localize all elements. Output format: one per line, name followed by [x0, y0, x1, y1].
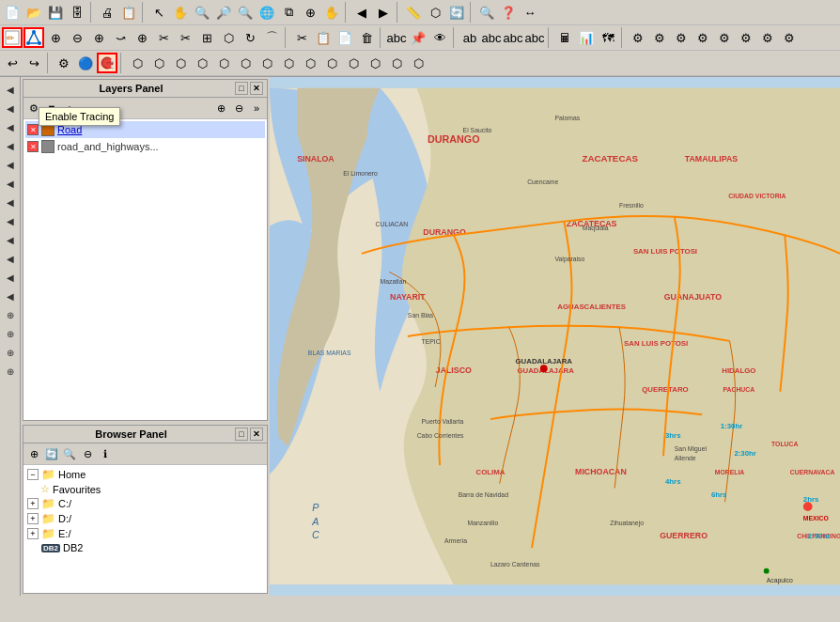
more-tools4[interactable]: ⚙	[692, 27, 713, 48]
sidebar-icon-1[interactable]: ◀	[2, 81, 19, 98]
rotate-button[interactable]: ↻	[240, 27, 260, 48]
tree-item-favourites[interactable]: ☆ Favourites	[25, 482, 265, 496]
save-as-button[interactable]: 🗄	[67, 2, 87, 23]
tree-item-e[interactable]: + 📁 E:/	[25, 526, 265, 541]
identify-button[interactable]: 🔍	[192, 2, 212, 23]
sidebar-icon-2[interactable]: ◀	[2, 100, 19, 117]
label-tool-button[interactable]: abc	[386, 27, 407, 48]
snapping-btn6[interactable]: ⬡	[235, 53, 256, 73]
browser-info-button[interactable]: ℹ	[97, 445, 114, 462]
map-tips-button[interactable]: 🗺	[598, 27, 618, 48]
more-tools7[interactable]: ⚙	[757, 27, 778, 48]
zoom-full-button[interactable]: 🌐	[257, 2, 277, 23]
print-button[interactable]: 🖨	[97, 2, 117, 23]
select-tool-button[interactable]: ↖	[148, 2, 169, 23]
delete-part-button[interactable]: ⊖	[67, 27, 87, 48]
snapping-btn5[interactable]: ⬡	[213, 53, 234, 73]
more-tools5[interactable]: ⚙	[714, 27, 735, 48]
browser-filter-button[interactable]: 🔍	[61, 445, 78, 462]
digitize-button[interactable]	[23, 27, 44, 48]
add-part-button[interactable]: ⊕	[45, 27, 66, 48]
snapping-btn7[interactable]: ⬡	[257, 53, 277, 73]
snapping-btn10[interactable]: ⬡	[321, 53, 342, 73]
more-layers-button[interactable]: »	[248, 100, 265, 117]
zoom-previous-button[interactable]: ◀	[351, 2, 372, 23]
more-tools2[interactable]: ⚙	[649, 27, 670, 48]
measure-area-button[interactable]: ⬡	[425, 2, 445, 23]
layer-visibility-road-highways[interactable]: ✕	[27, 141, 39, 152]
undo-button[interactable]: ↩	[2, 53, 23, 73]
merge-selected-button[interactable]: ⊞	[196, 27, 217, 48]
sidebar-icon-8[interactable]: ◀	[2, 212, 19, 229]
expand-all-button[interactable]: ⊕	[212, 100, 229, 117]
copy-button[interactable]: 📋	[313, 27, 334, 48]
enable-tracing-button[interactable]: 🧲	[97, 53, 117, 73]
zoom-next-button[interactable]: ▶	[373, 2, 394, 23]
paste-button[interactable]: 📄	[334, 27, 355, 48]
more-label-btn3[interactable]: abc	[503, 27, 523, 48]
zoom-in-button[interactable]: 🔎	[213, 2, 234, 23]
snapping-btn13[interactable]: ⬡	[386, 53, 407, 73]
show-hide-labels-button[interactable]: 👁	[429, 27, 450, 48]
browser-refresh-button[interactable]: 🔄	[43, 445, 60, 462]
fill-ring-button[interactable]: ⊕	[88, 27, 109, 48]
sidebar-icon-9[interactable]: ◀	[2, 231, 19, 248]
sidebar-icon-16[interactable]: ⊕	[2, 363, 19, 380]
tree-item-d[interactable]: + 📁 D:/	[25, 511, 265, 526]
browser-close-button[interactable]: ✕	[250, 428, 263, 441]
sidebar-icon-5[interactable]: ◀	[2, 156, 19, 173]
zoom-layer-button[interactable]: ⧉	[278, 2, 299, 23]
home-expander[interactable]: −	[27, 469, 39, 480]
snapping-btn9[interactable]: ⬡	[300, 53, 320, 73]
c-expander[interactable]: +	[27, 498, 39, 509]
help-button[interactable]: ❓	[498, 2, 519, 23]
layer-item-road-highways[interactable]: ✕ road_and_highways...	[25, 138, 265, 155]
toggle-button[interactable]: ↔	[520, 2, 540, 23]
browser-float-button[interactable]: □	[235, 428, 248, 441]
snapping-btn3[interactable]: ⬡	[170, 53, 191, 73]
more-label-btn2[interactable]: abc	[481, 27, 502, 48]
pan-tool-button[interactable]: ✋	[170, 2, 191, 23]
more-tools1[interactable]: ⚙	[628, 27, 648, 48]
snapping-btn14[interactable]: ⬡	[408, 53, 428, 73]
collapse-all-button[interactable]: ⊖	[230, 100, 247, 117]
snapping-btn8[interactable]: ⬡	[278, 53, 299, 73]
pan-map-button[interactable]: ✋	[321, 2, 342, 23]
panel-float-button[interactable]: □	[235, 82, 248, 95]
measure-button[interactable]: 📏	[403, 2, 424, 23]
simplify-button[interactable]: ⌒	[261, 27, 282, 48]
zoom-out-button[interactable]: 🔍	[235, 2, 256, 23]
delete-button[interactable]: 🗑	[356, 27, 377, 48]
sidebar-icon-13[interactable]: ⊕	[2, 306, 19, 323]
open-project-button[interactable]: 📂	[23, 2, 44, 23]
sidebar-icon-15[interactable]: ⊕	[2, 344, 19, 361]
edit-layer-button[interactable]: ✏	[2, 27, 23, 48]
tree-item-db2[interactable]: DB2 DB2	[25, 541, 265, 554]
snapping-btn11[interactable]: ⬡	[343, 53, 364, 73]
more-tools3[interactable]: ⚙	[671, 27, 692, 48]
enable-snapping-button[interactable]: 🔵	[75, 53, 96, 73]
more-label-btn4[interactable]: abc	[524, 27, 545, 48]
snapping-btn12[interactable]: ⬡	[365, 53, 385, 73]
snapping-options-button[interactable]: ⚙	[54, 53, 74, 73]
d-expander[interactable]: +	[27, 513, 39, 524]
sidebar-icon-10[interactable]: ◀	[2, 250, 19, 267]
snapping-btn1[interactable]: ⬡	[127, 53, 148, 73]
more-tools8[interactable]: ⚙	[779, 27, 800, 48]
sidebar-icon-4[interactable]: ◀	[2, 137, 19, 154]
snapping-btn2[interactable]: ⬡	[148, 53, 169, 73]
refresh-button[interactable]: 🔄	[446, 2, 467, 23]
search-button[interactable]: 🔍	[476, 2, 497, 23]
sidebar-icon-6[interactable]: ◀	[2, 175, 19, 192]
split-feature-button[interactable]: ✂	[153, 27, 174, 48]
e-expander[interactable]: +	[27, 528, 39, 539]
map-area[interactable]: SINALOA DURANGO ZACATECAS TAMAULIPAS CIU…	[270, 77, 840, 596]
zoom-selection-button[interactable]: ⊕	[300, 2, 320, 23]
field-calc-button[interactable]: 🖩	[554, 27, 575, 48]
reshape-button[interactable]: ⤻	[110, 27, 131, 48]
sidebar-icon-7[interactable]: ◀	[2, 194, 19, 210]
more-label-btn1[interactable]: ab	[459, 27, 480, 48]
sidebar-icon-14[interactable]: ⊕	[2, 325, 19, 342]
statistics-button[interactable]: 📊	[576, 27, 597, 48]
node-tool-button[interactable]: ⬡	[218, 27, 239, 48]
